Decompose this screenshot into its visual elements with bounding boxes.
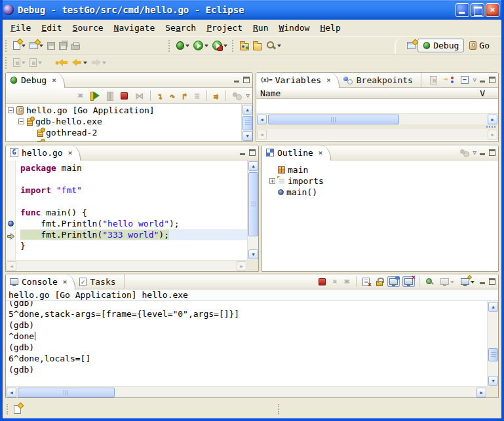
scroll-thumb[interactable] xyxy=(248,172,258,236)
step-into-button[interactable]: ↴ xyxy=(155,90,165,102)
tree-expander-icon[interactable]: + xyxy=(269,178,275,184)
maximize-view-button[interactable] xyxy=(489,149,495,156)
menu-window[interactable]: Window xyxy=(273,22,315,34)
maximize-window-button[interactable] xyxy=(471,3,484,17)
maximize-view-button[interactable] xyxy=(489,77,495,83)
run-launch-button[interactable] xyxy=(191,39,210,52)
scroll-thumb[interactable] xyxy=(268,115,399,124)
last-edit-location-button[interactable]: ✱ xyxy=(53,57,70,68)
close-icon[interactable]: × xyxy=(63,278,68,286)
fast-view-icon[interactable] xyxy=(14,405,21,414)
tab-hello-go[interactable]: G hello.go × xyxy=(6,145,81,160)
save-button[interactable] xyxy=(45,40,57,52)
tab-breakpoints[interactable]: Breakpoints xyxy=(339,73,421,88)
terminate-button[interactable] xyxy=(119,90,130,101)
new-wizard-button[interactable] xyxy=(28,40,45,51)
clear-console-button[interactable] xyxy=(360,276,372,288)
outline-tree-item[interactable]: +imports xyxy=(267,175,498,187)
console-vertical-scrollbar[interactable]: ▲ ▼ xyxy=(487,301,498,386)
code-area[interactable]: package mainimport "fmt"func main() { fm… xyxy=(16,160,247,260)
variables-column-header[interactable]: Name V xyxy=(256,88,498,99)
editor-vertical-scrollbar[interactable]: ▲ ▼ xyxy=(247,160,258,260)
scroll-lock-button[interactable] xyxy=(374,276,385,288)
show-type-names-button[interactable] xyxy=(428,74,439,86)
debug-tree-item[interactable]: gothread-2 xyxy=(6,127,241,138)
save-all-button[interactable] xyxy=(57,40,69,52)
open-resource-button[interactable] xyxy=(251,39,264,52)
outline-tree-item[interactable]: main xyxy=(267,164,498,175)
remove-launch-button[interactable]: × xyxy=(330,276,339,287)
scroll-right-arrow[interactable]: ▶ xyxy=(476,388,486,397)
maximize-view-button[interactable] xyxy=(489,278,495,285)
use-step-filters-button[interactable]: ⇉ xyxy=(212,90,221,102)
step-over-button[interactable]: ↷ xyxy=(168,90,177,102)
scroll-left-arrow[interactable]: ◀ xyxy=(257,115,267,124)
tab-debug[interactable]: Debug × xyxy=(6,73,65,88)
scroll-up-arrow[interactable]: ▲ xyxy=(488,302,498,312)
open-console-button[interactable] xyxy=(459,276,476,287)
minimize-view-button[interactable] xyxy=(239,150,246,156)
tree-expander-icon[interactable]: − xyxy=(8,107,14,113)
close-window-button[interactable]: × xyxy=(486,3,499,17)
close-icon[interactable]: × xyxy=(326,76,331,84)
pin-console-button[interactable] xyxy=(423,276,436,288)
open-perspective-button[interactable] xyxy=(405,40,417,51)
menu-file[interactable]: File xyxy=(5,22,36,34)
scroll-up-arrow[interactable]: ▲ xyxy=(248,161,258,171)
menu-project[interactable]: Project xyxy=(201,22,248,34)
scroll-thumb[interactable] xyxy=(18,388,115,397)
scroll-up-arrow[interactable]: ▲ xyxy=(242,105,252,115)
resume-button[interactable] xyxy=(88,90,102,101)
tree-expander-icon[interactable]: − xyxy=(18,119,24,124)
view-menu-button[interactable]: ▽ xyxy=(473,77,476,83)
step-return-button[interactable]: ↱ xyxy=(180,90,189,102)
console-horizontal-scrollbar[interactable]: ◀ ▶ xyxy=(6,386,487,397)
scroll-thumb[interactable] xyxy=(242,116,252,130)
show-stdout-button[interactable] xyxy=(387,276,400,287)
instruction-pointer-icon[interactable] xyxy=(7,232,15,242)
toolbar-grip[interactable] xyxy=(168,40,172,52)
maximize-view-button[interactable] xyxy=(243,77,250,83)
forward-button[interactable] xyxy=(89,57,108,68)
menu-run[interactable]: Run xyxy=(248,22,273,34)
collapse-all-button[interactable] xyxy=(459,74,471,86)
tab-console[interactable]: Console × xyxy=(6,274,75,289)
scroll-down-arrow[interactable]: ▼ xyxy=(242,131,252,141)
drop-to-frame-button[interactable]: ≡ xyxy=(193,90,202,102)
toolbar-grip[interactable] xyxy=(5,40,9,52)
menu-navigate[interactable]: Navigate xyxy=(109,22,161,34)
close-icon[interactable]: × xyxy=(52,76,56,84)
show-stderr-button[interactable]: × xyxy=(402,276,415,287)
debug-tree-item[interactable] xyxy=(6,138,241,141)
tab-outline[interactable]: Outline × xyxy=(262,145,331,160)
external-tools-button[interactable] xyxy=(210,39,229,52)
suspend-button[interactable] xyxy=(105,90,115,101)
detail-pane-sash[interactable] xyxy=(256,124,498,129)
menu-source[interactable]: Source xyxy=(68,22,109,34)
column-value[interactable]: V xyxy=(480,88,485,98)
close-icon[interactable]: × xyxy=(319,149,323,157)
link-with-editor-button[interactable] xyxy=(458,147,471,158)
view-menu-button[interactable]: ▽ xyxy=(246,93,250,99)
debug-tree-item[interactable]: −gdb-hello.exe xyxy=(6,116,241,127)
remove-all-terminated-button[interactable]: ×× xyxy=(75,90,85,101)
next-annotation-button[interactable] xyxy=(11,56,28,69)
console-output[interactable]: (gdb)5^done,stack-args=[frame={level="0"… xyxy=(6,301,487,386)
variables-horizontal-scrollbar[interactable]: ◀ ▶ xyxy=(256,113,498,124)
close-icon[interactable]: × xyxy=(68,149,73,157)
show-logical-structures-button[interactable] xyxy=(442,74,456,86)
new-button[interactable] xyxy=(11,39,28,52)
perspective-go-button[interactable]: Go xyxy=(464,39,495,52)
previous-annotation-button[interactable] xyxy=(28,56,44,69)
minimize-view-button[interactable] xyxy=(479,150,486,156)
open-type-button[interactable] xyxy=(238,39,251,52)
scroll-left-arrow[interactable]: ◀ xyxy=(7,388,16,397)
debug-misc-button[interactable] xyxy=(231,90,243,101)
scroll-down-arrow[interactable]: ▼ xyxy=(248,249,258,259)
search-button[interactable] xyxy=(264,39,283,52)
breakpoint-marker-icon[interactable] xyxy=(8,221,14,227)
remove-all-terminated-button[interactable]: ×× xyxy=(342,276,352,287)
debug-launch-button[interactable] xyxy=(174,39,191,52)
print-button[interactable] xyxy=(69,40,82,52)
debug-vertical-scrollbar[interactable]: ▲ ▼ xyxy=(241,104,252,141)
